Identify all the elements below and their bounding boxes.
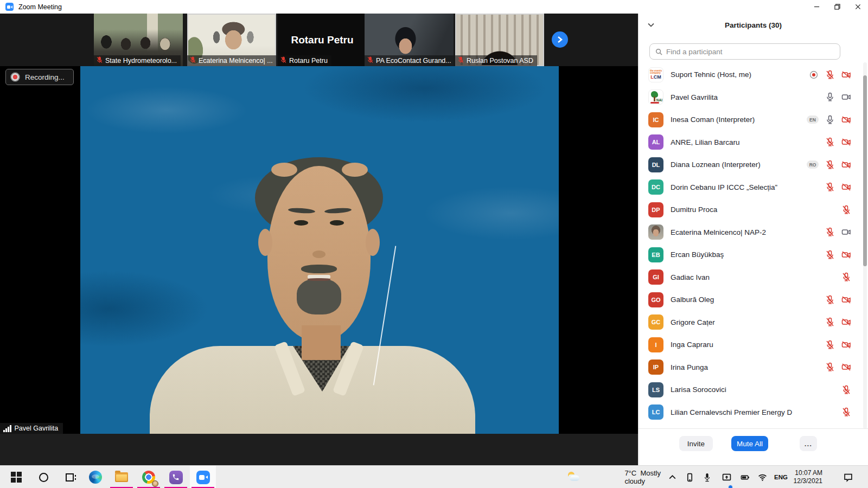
participant-row[interactable]: DP Dumitru Proca <box>639 198 861 221</box>
chrome-profile-badge <box>152 480 158 487</box>
participant-row[interactable]: EB Ercan Büyükbaş <box>639 243 861 266</box>
screen-share-icon[interactable] <box>722 466 731 488</box>
invite-button[interactable]: Invite <box>679 436 713 451</box>
more-options-button[interactable]: ... <box>800 436 817 451</box>
mic-icon <box>825 115 835 125</box>
participant-row[interactable]: IP Irina Punga <box>639 356 861 379</box>
participant-name: Lilian Cernalevschi Premier Energy D <box>671 408 837 416</box>
file-explorer-button[interactable] <box>108 466 135 488</box>
participant-row[interactable]: I Inga Capraru <box>639 333 861 356</box>
microphone-tray-icon[interactable] <box>703 466 712 488</box>
wifi-icon[interactable] <box>758 466 767 488</box>
language-indicator[interactable]: ENG <box>774 466 788 488</box>
zoom-taskbar-button[interactable] <box>190 466 216 488</box>
your-phone-icon[interactable] <box>685 466 694 488</box>
participant-row[interactable]: GO Galbură Oleg <box>639 288 861 311</box>
participant-avatar: NAI <box>648 89 663 105</box>
participant-name: Pavel Gavrilita <box>671 93 821 101</box>
video-off-icon <box>841 250 851 260</box>
minimize-button[interactable] <box>806 0 827 14</box>
participant-avatar: LC <box>648 404 663 420</box>
tile-name-label: State Hydrometeorolo... <box>94 55 181 66</box>
restore-button[interactable] <box>827 0 847 14</box>
weather-icon[interactable] <box>567 466 580 488</box>
main-video[interactable] <box>80 66 559 434</box>
audio-level-icon <box>3 425 11 432</box>
recording-status-icon <box>809 70 819 80</box>
participant-row[interactable]: GC Grigore Cațer <box>639 311 861 334</box>
tile-name-label: Rotaru Petru <box>278 55 331 66</box>
close-button[interactable] <box>847 0 868 14</box>
tile-name-label: PA EcoContact Gurand... <box>365 55 454 66</box>
search-input[interactable] <box>666 48 834 56</box>
edge-button[interactable] <box>82 466 108 488</box>
task-view-button[interactable] <box>56 466 82 488</box>
participant-avatar: GI <box>648 269 663 285</box>
action-center-icon[interactable] <box>844 466 853 488</box>
taskbar: 7°C Mostly cloudy ENG <box>0 465 868 488</box>
participant-row[interactable]: Ecaterina Melnicenco| NAP-2 <box>639 221 861 244</box>
windows-logo-icon <box>11 472 22 483</box>
recording-indicator[interactable]: Recording... <box>5 69 74 85</box>
participant-row[interactable]: the events companyLLCMCM Suport Tehnic (… <box>639 63 861 86</box>
filmstrip-tile[interactable]: Ecaterina Melnicenco| ... <box>187 14 276 66</box>
tile-label-text: Ruslan Postovan ASD <box>467 57 533 65</box>
mute-all-button[interactable]: Mute All <box>731 436 768 451</box>
participant-row[interactable]: IC Inesa Coman (Interpreter) EN <box>639 108 861 131</box>
filmstrip-tile[interactable]: Rotaru Petru Rotaru Petru <box>278 14 367 66</box>
window-title: Zoom Meeting <box>18 3 62 11</box>
filmstrip-tile[interactable]: PA EcoContact Gurand... <box>365 14 454 66</box>
video-filmstrip: State Hydrometeorolo... Ecaterina Melnic… <box>0 14 638 66</box>
participant-row[interactable]: AL ANRE, Lilian Barcaru <box>639 131 861 154</box>
battery-icon[interactable] <box>741 466 750 488</box>
participant-avatar: IC <box>648 112 663 127</box>
muted-mic-icon <box>457 56 464 65</box>
screen: Zoom Meeting State Hydrometeorolo... Eca… <box>0 0 868 488</box>
system-tray: 7°C Mostly cloudy ENG <box>859 466 868 488</box>
participant-name: Dumitru Proca <box>671 206 837 214</box>
participant-row[interactable]: DC Dorin Cebanu IP ICCC „Selecția” <box>639 176 861 199</box>
mic-muted-icon <box>841 205 851 215</box>
participant-name: Suport Tehnic (Host, me) <box>671 70 805 79</box>
notification-dot <box>728 485 733 488</box>
viber-button[interactable] <box>163 466 189 488</box>
participant-avatar: IP <box>648 359 663 375</box>
clock[interactable]: 10:07 AM12/3/2021 <box>794 466 822 488</box>
mic-icon <box>825 92 835 102</box>
filmstrip-tile[interactable]: Ruslan Postovan ASD <box>455 14 544 66</box>
video-off-icon <box>841 340 851 350</box>
participant-row[interactable]: NAI Pavel Gavrilita <box>639 86 861 109</box>
video-off-icon <box>841 182 851 192</box>
participant-avatar: GO <box>648 292 663 307</box>
participant-avatar <box>648 224 663 240</box>
viber-icon <box>169 471 183 484</box>
participants-header: Participants (30) <box>639 14 868 37</box>
participant-row[interactable]: DL Diana Loznean (Interpreter) RO <box>639 153 861 176</box>
participant-avatar: EB <box>648 247 663 262</box>
weather-text[interactable]: 7°C Mostly cloudy <box>624 466 661 488</box>
task-view-icon <box>66 473 74 481</box>
participant-name: Diana Loznean (Interpreter) <box>671 160 802 169</box>
participant-avatar: DL <box>648 157 663 172</box>
chrome-button[interactable] <box>136 466 162 488</box>
participant-name: ANRE, Lilian Barcaru <box>671 138 821 146</box>
scrollbar-track[interactable] <box>863 62 867 429</box>
search-taskbar-button[interactable] <box>30 466 56 488</box>
zoom-logo-icon <box>5 3 14 11</box>
video-off-icon <box>841 317 851 327</box>
mic-muted-icon <box>825 250 835 260</box>
participants-title: Participants (30) <box>639 21 868 29</box>
start-button[interactable] <box>3 466 29 488</box>
participant-search[interactable] <box>649 43 840 60</box>
mic-muted-icon <box>825 362 835 372</box>
next-page-button[interactable] <box>552 31 568 48</box>
participant-row[interactable]: GI Gadiac Ivan <box>639 266 861 289</box>
tray-chevron-up-icon[interactable] <box>668 466 677 488</box>
zoom-icon <box>196 471 210 484</box>
participant-avatar: LS <box>648 382 663 397</box>
participant-row[interactable]: LS Larisa Sorocovici <box>639 378 861 401</box>
participant-name: Inesa Coman (Interpreter) <box>671 115 802 124</box>
participant-row[interactable]: LC Lilian Cernalevschi Premier Energy D <box>639 401 861 424</box>
filmstrip-tile[interactable]: State Hydrometeorolo... <box>94 14 183 66</box>
scrollbar-thumb[interactable] <box>863 75 867 266</box>
